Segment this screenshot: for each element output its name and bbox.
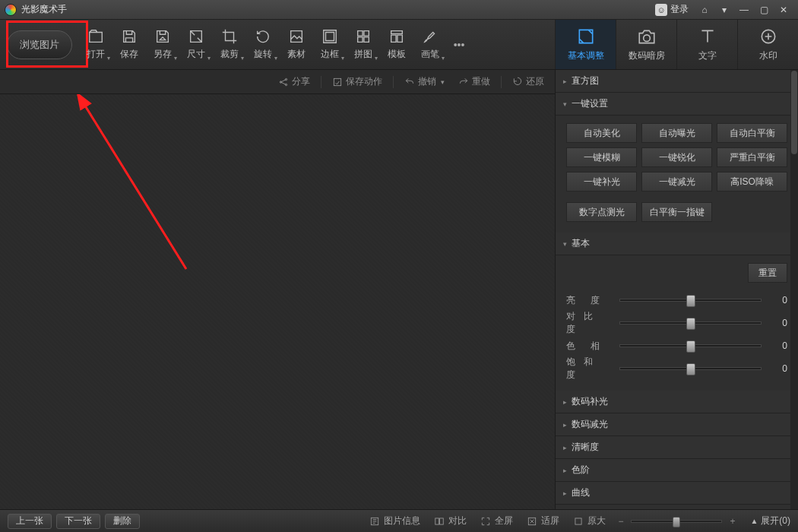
- fullscreen-button[interactable]: 全屏: [476, 515, 518, 527]
- btn-spot-meter[interactable]: 数字点测光: [566, 202, 637, 222]
- orig-icon: [573, 516, 584, 527]
- btn-auto-exposure[interactable]: 自动曝光: [641, 123, 712, 143]
- hue-track[interactable]: [619, 344, 762, 347]
- section-digitcut[interactable]: ▸数码减光: [556, 413, 798, 436]
- save-tool[interactable]: 保存: [112, 20, 146, 69]
- contrast-value: 0: [769, 318, 787, 328]
- contrast-thumb[interactable]: [686, 318, 695, 330]
- tab-basic-adjust[interactable]: 基本调整: [555, 20, 616, 69]
- restore-button[interactable]: 还原: [506, 73, 550, 91]
- svg-rect-9: [440, 518, 444, 524]
- right-tab-group: 基本调整 数码暗房 文字 水印: [555, 20, 798, 69]
- material-icon: [288, 28, 305, 45]
- saturation-track[interactable]: [619, 367, 762, 370]
- btn-oneclick-fill[interactable]: 一键补光: [566, 172, 637, 192]
- open-tool[interactable]: 打开▾: [79, 20, 112, 69]
- watermark-icon: [758, 27, 778, 46]
- btn-wb-click[interactable]: 白平衡一指键: [641, 202, 712, 222]
- saveaction-icon: [332, 77, 343, 87]
- undo-button[interactable]: 撤销▾: [398, 73, 451, 91]
- material-label: 素材: [287, 48, 306, 61]
- section-curve[interactable]: ▸曲线: [556, 482, 798, 505]
- size-icon: [188, 28, 204, 45]
- login-button[interactable]: ☺ 登录: [649, 3, 695, 16]
- zoom-thumb[interactable]: [673, 517, 680, 527]
- section-basic[interactable]: ▾基本: [556, 233, 798, 255]
- saturation-thumb[interactable]: [686, 363, 695, 375]
- more-tools-button[interactable]: •••: [447, 20, 471, 69]
- tab-watermark[interactable]: 水印: [737, 20, 798, 69]
- reset-button[interactable]: 重置: [748, 263, 787, 283]
- prev-button[interactable]: 上一张: [8, 514, 52, 529]
- app-title: 光影魔术手: [21, 3, 67, 16]
- svg-rect-11: [575, 518, 581, 524]
- rotate-tool[interactable]: 旋转▾: [246, 20, 280, 69]
- saveas-tool[interactable]: 另存▾: [146, 20, 179, 69]
- redo-button[interactable]: 重做: [452, 73, 496, 91]
- share-button[interactable]: 分享: [272, 73, 316, 91]
- orig-button[interactable]: 原大: [568, 515, 610, 527]
- section-histogram[interactable]: ▸直方图: [556, 70, 798, 93]
- compare-button[interactable]: 对比: [429, 515, 471, 527]
- redo-icon: [458, 77, 469, 87]
- crop-tool[interactable]: 裁剪▾: [213, 20, 246, 69]
- crop-icon: [221, 28, 238, 45]
- image-info-button[interactable]: 图片信息: [365, 515, 425, 527]
- camera-icon: [637, 27, 657, 46]
- close-button[interactable]: ✕: [774, 2, 793, 17]
- brush-tool[interactable]: 画笔▾: [413, 20, 447, 69]
- fit-button[interactable]: 适屏: [522, 515, 564, 527]
- brush-icon: [422, 28, 439, 45]
- brightness-track[interactable]: [619, 299, 762, 302]
- delete-button[interactable]: 删除: [105, 514, 140, 529]
- zoom-minus[interactable]: −: [615, 516, 626, 527]
- main-area: 分享 保存动作 撤销▾ 重做 还原 ▸直方图 ▾一键设置 自动美化 自动曝光: [0, 70, 798, 509]
- hue-thumb[interactable]: [686, 340, 695, 353]
- tab-darkroom[interactable]: 数码暗房: [616, 20, 676, 69]
- section-oneclick[interactable]: ▾一键设置: [556, 93, 798, 116]
- btn-iso-noise[interactable]: 高ISO降噪: [717, 172, 787, 192]
- contrast-track[interactable]: [619, 321, 762, 325]
- btn-oneclick-blur[interactable]: 一键模糊: [566, 147, 637, 167]
- title-bar: 光影魔术手 ☺ 登录 ⌂ ▾ — ▢ ✕: [0, 0, 798, 20]
- svg-point-0: [643, 35, 650, 42]
- section-levels[interactable]: ▸色阶: [556, 459, 798, 482]
- side-panel: ▸直方图 ▾一键设置 自动美化 自动曝光 自动白平衡 一键模糊 一键锐化 严重白…: [555, 70, 798, 509]
- maximize-button[interactable]: ▢: [754, 2, 774, 17]
- side-scrollbar[interactable]: [790, 70, 798, 509]
- section-digitfill[interactable]: ▸数码补光: [556, 391, 798, 413]
- border-icon: [321, 28, 338, 45]
- btn-oneclick-sharpen[interactable]: 一键锐化: [641, 147, 712, 167]
- svg-rect-8: [435, 518, 439, 524]
- btn-severe-wb[interactable]: 严重白平衡: [717, 147, 787, 167]
- canvas[interactable]: [0, 94, 555, 509]
- zoom-plus[interactable]: +: [727, 516, 738, 527]
- size-label: 尺寸: [187, 48, 205, 61]
- save-action-button[interactable]: 保存动作: [326, 73, 388, 91]
- border-tool[interactable]: 边框▾: [313, 20, 347, 69]
- brightness-thumb[interactable]: [686, 295, 695, 307]
- collage-label: 拼图: [354, 48, 372, 61]
- slider-hue: 色 相 0: [566, 334, 787, 357]
- side-scrollbar-thumb[interactable]: [791, 71, 797, 154]
- browse-images-button[interactable]: 浏览图片: [7, 30, 72, 59]
- minimize-button[interactable]: —: [734, 2, 754, 17]
- next-button[interactable]: 下一张: [56, 514, 100, 529]
- saturation-value: 0: [769, 363, 787, 374]
- material-tool[interactable]: 素材: [280, 20, 313, 69]
- btn-oneclick-cut[interactable]: 一键减光: [641, 172, 712, 192]
- share-icon: [278, 77, 289, 87]
- tab-text[interactable]: 文字: [676, 20, 737, 69]
- template-tool[interactable]: 模板: [380, 20, 413, 69]
- expand-button[interactable]: ▲展开(0): [743, 515, 790, 527]
- size-tool[interactable]: 尺寸▾: [179, 20, 213, 69]
- btn-auto-wb[interactable]: 自动白平衡: [717, 123, 787, 143]
- basic-body: 重置 亮 度 0 对 比 度 0 色 相 0 饱 和 度: [556, 255, 798, 391]
- settings-button[interactable]: ▾: [714, 2, 734, 17]
- section-clarity[interactable]: ▸清晰度: [556, 436, 798, 459]
- zoom-slider[interactable]: [631, 520, 722, 523]
- slider-brightness: 亮 度 0: [566, 289, 787, 312]
- home-button[interactable]: ⌂: [695, 2, 714, 17]
- btn-auto-beautify[interactable]: 自动美化: [566, 123, 637, 143]
- collage-tool[interactable]: 拼图▾: [347, 20, 380, 69]
